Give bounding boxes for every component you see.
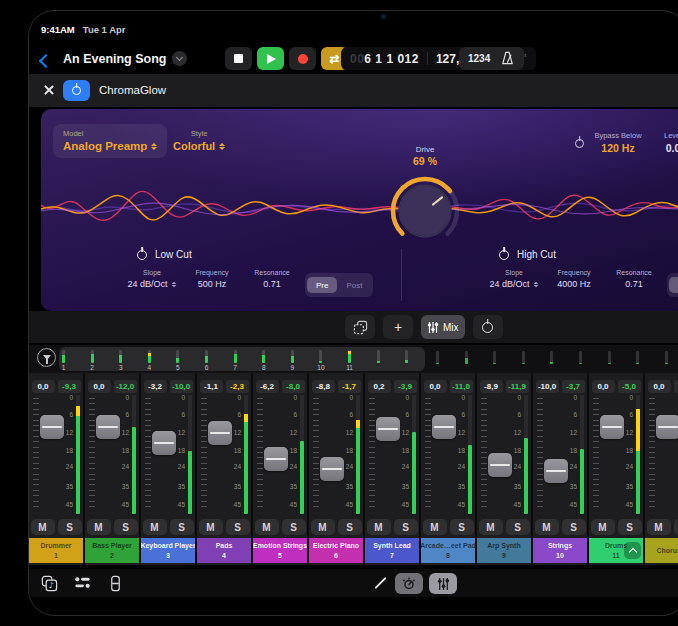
volume-readout[interactable]: -8,8 xyxy=(312,380,335,393)
peak-readout[interactable]: -5,0 xyxy=(618,380,641,393)
low-cut-frequency[interactable]: Frequency 500 Hz xyxy=(185,269,239,297)
style-selector[interactable]: Style Colorful xyxy=(173,129,225,152)
peak-readout[interactable]: -1,7 xyxy=(338,380,361,393)
fader-handle[interactable] xyxy=(96,415,120,439)
solo-button[interactable]: S xyxy=(338,519,362,535)
low-cut-slope[interactable]: Slope 24 dB/Oct xyxy=(125,269,179,297)
high-cut-slope[interactable]: Slope 24 dB/Oct xyxy=(487,269,541,297)
count-in-button[interactable]: 1234 xyxy=(468,53,490,64)
peak-readout[interactable]: -11,0 xyxy=(450,380,473,393)
drive-knob[interactable] xyxy=(387,173,463,249)
mute-button[interactable]: M xyxy=(199,519,223,535)
mute-button[interactable]: M xyxy=(423,519,447,535)
fader-handle[interactable] xyxy=(208,421,232,445)
peak-readout[interactable]: -8,0 xyxy=(282,380,305,393)
add-button[interactable]: + xyxy=(383,315,413,339)
loop-browser-button[interactable]: ♪ xyxy=(39,573,59,593)
post-button[interactable]: Post xyxy=(337,277,371,293)
mute-button[interactable]: M xyxy=(591,519,615,535)
fader-view-button[interactable] xyxy=(105,573,125,593)
tiles-button[interactable] xyxy=(345,315,375,339)
play-button[interactable] xyxy=(257,47,284,70)
mixer-power-button[interactable] xyxy=(473,315,503,339)
peak-readout[interactable]: -2,3 xyxy=(226,380,249,393)
volume-readout[interactable]: 0,0 xyxy=(424,380,447,393)
solo-button[interactable]: S xyxy=(506,519,530,535)
volume-readout[interactable]: -3,2 xyxy=(144,380,167,393)
track-name-plate[interactable]: Bass Player 2 xyxy=(85,538,139,563)
mute-button[interactable]: M xyxy=(31,519,55,535)
back-button[interactable] xyxy=(41,52,51,70)
peak-readout[interactable] xyxy=(674,380,678,393)
pre-button[interactable]: Pre xyxy=(307,277,337,293)
volume-readout[interactable]: 0,0 xyxy=(648,380,671,393)
level-control[interactable]: Level 0.0 xyxy=(633,131,678,154)
record-button[interactable] xyxy=(289,47,316,70)
song-title-button[interactable]: An Evening Song xyxy=(63,51,187,66)
high-cut-resonance[interactable]: Resonance 0.71 xyxy=(607,269,661,297)
peak-readout[interactable]: -11,9 xyxy=(506,380,529,393)
fader-handle[interactable] xyxy=(320,457,344,481)
volume-readout[interactable]: -6,2 xyxy=(256,380,279,393)
low-cut-power-icon[interactable] xyxy=(137,250,147,260)
solo-button[interactable]: S xyxy=(394,519,418,535)
mute-button[interactable]: M xyxy=(87,519,111,535)
track-name-plate[interactable]: Electric Piano 6 xyxy=(309,538,363,563)
high-cut-power-icon[interactable] xyxy=(499,250,509,260)
fader-handle[interactable] xyxy=(600,415,624,439)
solo-button[interactable]: S xyxy=(562,519,586,535)
volume-readout[interactable]: 0,0 xyxy=(32,380,55,393)
fader-handle[interactable] xyxy=(544,459,568,483)
controls-view-button[interactable] xyxy=(395,573,423,594)
mute-button[interactable]: M xyxy=(479,519,503,535)
volume-readout[interactable]: -8,9 xyxy=(480,380,503,393)
track-name-plate[interactable]: Synth Lead 7 xyxy=(365,538,419,563)
fader-handle[interactable] xyxy=(40,415,64,439)
peak-readout[interactable]: -3,9 xyxy=(394,380,417,393)
overview-visible-window[interactable]: 1 2 3 4 5 6 7 xyxy=(59,347,425,371)
mixer-view-button[interactable] xyxy=(429,573,457,594)
fader-handle[interactable] xyxy=(656,415,678,439)
solo-button[interactable]: S xyxy=(226,519,250,535)
bypass-power-icon[interactable] xyxy=(575,139,584,148)
filter-button[interactable] xyxy=(37,348,56,367)
metronome-icon[interactable] xyxy=(500,51,515,66)
fader-handle[interactable] xyxy=(152,431,176,455)
track-name-plate[interactable]: Chorus V xyxy=(645,538,678,563)
track-name-plate[interactable]: Drums 11 xyxy=(589,538,643,563)
volume-readout[interactable]: 0,2 xyxy=(368,380,391,393)
fader-handle[interactable] xyxy=(264,447,288,471)
plugin-power-button[interactable] xyxy=(63,80,90,101)
peak-readout[interactable]: -10,0 xyxy=(170,380,193,393)
fader-handle[interactable] xyxy=(376,417,400,441)
model-selector[interactable]: Model Analog Preamp xyxy=(53,124,167,158)
mute-button[interactable]: M xyxy=(535,519,559,535)
high-cut-frequency[interactable]: Frequency 4000 Hz xyxy=(547,269,601,297)
volume-readout[interactable]: 0,0 xyxy=(88,380,111,393)
stop-button[interactable] xyxy=(225,47,252,70)
volume-readout[interactable]: 0,0 xyxy=(592,380,615,393)
volume-readout[interactable]: -1,1 xyxy=(200,380,223,393)
track-name-plate[interactable]: Emotion Strings 5 xyxy=(253,538,307,563)
track-name-plate[interactable]: Keyboard Player 3 xyxy=(141,538,195,563)
pencil-icon[interactable] xyxy=(374,577,386,589)
mix-view-button[interactable]: Mix xyxy=(421,315,465,339)
peak-readout[interactable]: -3,7 xyxy=(562,380,585,393)
plugins-button[interactable] xyxy=(72,573,92,593)
mute-button[interactable]: M xyxy=(647,519,671,535)
track-name-plate[interactable]: Strings 10 xyxy=(533,538,587,563)
mute-button[interactable]: M xyxy=(367,519,391,535)
mute-button[interactable]: M xyxy=(143,519,167,535)
overview-offscreen-tracks[interactable] xyxy=(425,347,678,371)
close-plugin-button[interactable] xyxy=(43,84,55,96)
solo-button[interactable]: S xyxy=(450,519,474,535)
track-name-plate[interactable]: Pads 4 xyxy=(197,538,251,563)
mute-button[interactable]: M xyxy=(255,519,279,535)
peak-readout[interactable]: -9,3 xyxy=(58,380,81,393)
collapse-button[interactable] xyxy=(624,542,641,559)
mute-button[interactable]: M xyxy=(311,519,335,535)
low-cut-resonance[interactable]: Resonance 0.71 xyxy=(245,269,299,297)
solo-button[interactable]: S xyxy=(58,519,82,535)
pre-button[interactable]: Pre xyxy=(669,277,678,293)
solo-button[interactable]: S xyxy=(282,519,306,535)
